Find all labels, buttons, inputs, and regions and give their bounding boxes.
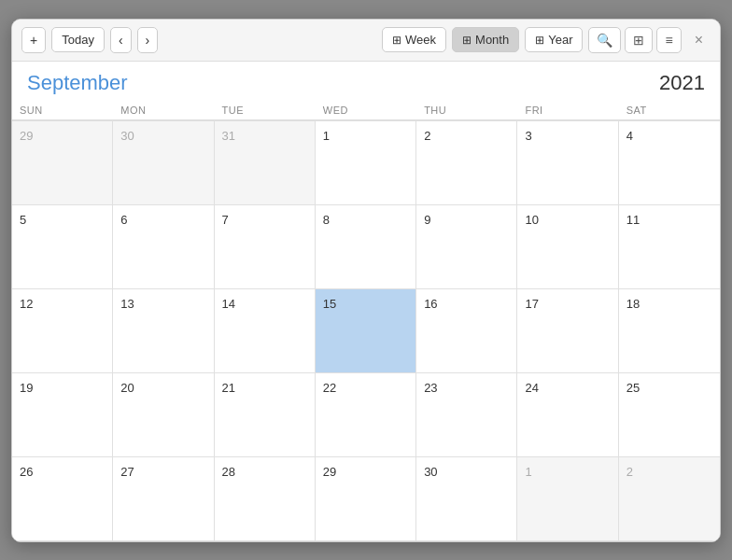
year-title: 2021	[659, 71, 705, 95]
cal-cell[interactable]: 9	[416, 205, 517, 289]
cal-cell[interactable]: 1	[517, 457, 618, 541]
cal-cell[interactable]: 15	[316, 289, 416, 373]
day-number: 19	[20, 381, 33, 395]
cal-cell[interactable]: 17	[517, 289, 618, 373]
dow-cell-tue: TUE	[215, 101, 316, 119]
cal-cell[interactable]: 12	[12, 289, 113, 373]
day-number: 7	[222, 213, 229, 227]
week-view-button[interactable]: ⊞ Week	[382, 27, 446, 52]
cal-cell[interactable]: 18	[619, 289, 720, 373]
cal-cell[interactable]: 14	[215, 289, 316, 373]
day-number: 13	[120, 297, 134, 311]
add-button[interactable]: +	[21, 27, 46, 53]
menu-icon: ≡	[665, 33, 672, 48]
cal-cell[interactable]: 30	[416, 457, 517, 541]
day-number: 3	[525, 129, 531, 143]
dow-cell-wed: WED	[316, 101, 416, 119]
prev-button[interactable]: ‹	[110, 27, 132, 53]
cal-cell[interactable]: 24	[517, 373, 618, 457]
cal-cell[interactable]: 16	[416, 289, 517, 373]
dow-header: SUNMONTUEWEDTHUFRISAT	[12, 101, 720, 120]
calendar-grid: 2930311234567891011121314151617181920212…	[12, 120, 720, 541]
cal-cell[interactable]: 27	[113, 457, 214, 541]
dow-cell-sat: SAT	[619, 101, 720, 119]
day-number: 12	[20, 297, 33, 311]
day-number: 2	[626, 465, 633, 479]
day-number: 22	[323, 381, 336, 395]
day-number: 26	[20, 465, 33, 479]
dow-cell-thu: THU	[416, 101, 517, 119]
search-button[interactable]: 🔍	[588, 27, 621, 53]
day-number: 31	[222, 129, 235, 143]
cal-cell[interactable]: 20	[113, 373, 214, 457]
day-number: 29	[20, 129, 33, 143]
cal-cell[interactable]: 5	[12, 205, 113, 289]
cal-cell[interactable]: 4	[619, 121, 720, 205]
year-grid-icon: ⊞	[535, 34, 544, 47]
cal-cell[interactable]: 30	[113, 121, 214, 205]
next-button[interactable]: ›	[137, 27, 159, 53]
grid-view-button[interactable]: ⊞	[625, 27, 653, 53]
cal-cell[interactable]: 21	[215, 373, 316, 457]
day-number: 30	[424, 465, 437, 479]
day-number: 27	[120, 465, 134, 479]
calendar-window: + Today ‹ › ⊞ Week ⊞ Month ⊞ Year 🔍 ⊞ ≡	[11, 19, 721, 542]
month-title: September	[27, 71, 128, 95]
cal-cell[interactable]: 25	[619, 373, 720, 457]
today-button[interactable]: Today	[51, 27, 105, 52]
day-number: 6	[120, 213, 127, 227]
day-number: 24	[525, 381, 538, 395]
day-number: 17	[525, 297, 538, 311]
cal-cell[interactable]: 19	[12, 373, 113, 457]
toolbar: + Today ‹ › ⊞ Week ⊞ Month ⊞ Year 🔍 ⊞ ≡	[12, 20, 720, 62]
dow-cell-fri: FRI	[517, 101, 618, 119]
dow-cell-sun: SUN	[12, 101, 113, 119]
close-icon: ×	[695, 32, 703, 48]
day-number: 9	[424, 213, 430, 227]
day-number: 28	[222, 465, 235, 479]
day-number: 2	[424, 129, 430, 143]
cal-cell[interactable]: 28	[215, 457, 316, 541]
day-number: 30	[120, 129, 134, 143]
cal-cell[interactable]: 22	[316, 373, 416, 457]
day-number: 18	[626, 297, 640, 311]
day-number: 25	[626, 381, 640, 395]
day-number: 15	[323, 297, 336, 311]
day-number: 16	[424, 297, 437, 311]
grid-icon: ⊞	[633, 33, 644, 48]
cal-cell[interactable]: 31	[215, 121, 316, 205]
day-number: 5	[20, 213, 26, 227]
cal-cell[interactable]: 7	[215, 205, 316, 289]
day-number: 23	[424, 381, 437, 395]
month-grid-icon: ⊞	[462, 34, 472, 47]
cal-cell[interactable]: 13	[113, 289, 214, 373]
cal-cell[interactable]: 3	[517, 121, 618, 205]
month-view-button[interactable]: ⊞ Month	[452, 27, 519, 52]
cal-cell[interactable]: 10	[517, 205, 618, 289]
cal-cell[interactable]: 23	[416, 373, 517, 457]
close-button[interactable]: ×	[687, 28, 711, 52]
week-grid-icon: ⊞	[392, 34, 401, 47]
cal-cell[interactable]: 8	[316, 205, 416, 289]
year-view-button[interactable]: ⊞ Year	[525, 27, 583, 52]
cal-cell[interactable]: 1	[316, 121, 416, 205]
cal-cell[interactable]: 11	[619, 205, 720, 289]
day-number: 1	[323, 129, 330, 143]
dow-cell-mon: MON	[113, 101, 214, 119]
day-number: 21	[222, 381, 235, 395]
day-number: 14	[222, 297, 235, 311]
month-header: September 2021	[12, 62, 720, 101]
cal-cell[interactable]: 29	[12, 121, 113, 205]
search-icon: 🔍	[597, 33, 612, 48]
cal-cell[interactable]: 2	[619, 457, 720, 541]
day-number: 29	[323, 465, 336, 479]
day-number: 11	[626, 213, 640, 227]
day-number: 10	[525, 213, 538, 227]
cal-cell[interactable]: 29	[316, 457, 416, 541]
cal-cell[interactable]: 26	[12, 457, 113, 541]
day-number: 1	[525, 465, 531, 479]
cal-cell[interactable]: 6	[113, 205, 214, 289]
menu-button[interactable]: ≡	[656, 27, 681, 53]
cal-cell[interactable]: 2	[416, 121, 517, 205]
day-number: 20	[120, 381, 134, 395]
